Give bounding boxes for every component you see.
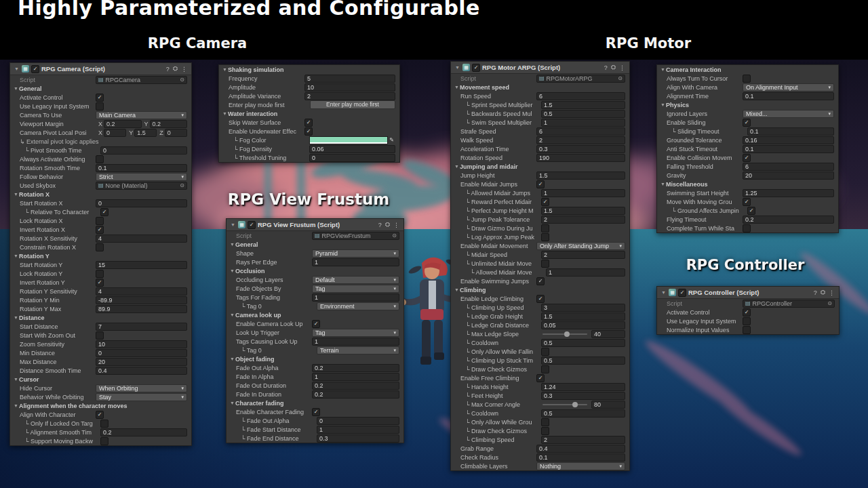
foldout-arrow-icon[interactable]: ▼ — [230, 222, 236, 227]
text-field[interactable]: 20 — [743, 171, 834, 180]
text-field[interactable]: 1 — [312, 258, 399, 266]
foldout-arrow-icon[interactable]: ▼ — [222, 111, 228, 116]
foldout-arrow-icon[interactable]: ▼ — [454, 85, 460, 89]
text-field[interactable]: 0 — [100, 146, 187, 155]
dropdown[interactable]: Strict▾ — [96, 173, 187, 181]
dropdown[interactable]: Stay▾ — [96, 393, 187, 401]
text-field[interactable]: 0.1 — [743, 92, 834, 100]
text-field[interactable]: 0 — [96, 349, 187, 357]
checkbox[interactable] — [541, 365, 549, 373]
text-field[interactable]: 2 — [541, 251, 625, 259]
text-field[interactable]: 1 — [317, 426, 399, 434]
text-field[interactable]: 0.5 — [541, 110, 625, 118]
text-field[interactable]: 0.2 — [312, 382, 399, 390]
text-field[interactable]: 0.16 — [743, 136, 834, 144]
dropdown[interactable]: Pyramid▾ — [312, 249, 399, 258]
text-field[interactable]: 1.5 — [541, 312, 625, 321]
checkbox[interactable] — [743, 75, 751, 83]
presets-icon[interactable]: ⛭ — [610, 64, 616, 71]
vector-field[interactable]: 0 — [104, 129, 126, 137]
object-picker-icon[interactable]: ⊙ — [827, 300, 832, 306]
checkbox[interactable]: ✓ — [536, 295, 545, 303]
foldout-arrow-icon[interactable]: ▼ — [660, 182, 666, 186]
text-field[interactable]: 0 — [96, 199, 187, 207]
text-field[interactable]: 2 — [304, 92, 395, 100]
text-field[interactable]: 1.5 — [541, 207, 625, 215]
kebab-menu-icon[interactable]: ⋮ — [828, 289, 835, 296]
color-swatch[interactable] — [309, 136, 388, 144]
foldout-arrow-icon[interactable]: ▼ — [454, 287, 460, 292]
vector-field[interactable]: 0 — [165, 129, 187, 137]
text-field[interactable]: 20 — [96, 358, 187, 366]
text-field[interactable]: 1.5 — [536, 171, 625, 180]
vector-field[interactable]: 0.2 — [150, 120, 187, 128]
text-field[interactable]: 0.06 — [309, 145, 395, 153]
text-field[interactable]: 3 — [541, 304, 625, 312]
help-icon[interactable]: ? — [604, 64, 608, 71]
kebab-menu-icon[interactable]: ⋮ — [180, 66, 188, 73]
checkbox[interactable]: ✓ — [743, 154, 751, 162]
checkbox[interactable] — [743, 317, 751, 325]
text-field[interactable]: 0.3 — [536, 145, 625, 153]
foldout-arrow-icon[interactable]: ▼ — [13, 403, 19, 408]
checkbox[interactable] — [96, 270, 104, 278]
foldout-arrow-icon[interactable]: ▼ — [13, 192, 19, 197]
checkbox[interactable]: ✓ — [743, 308, 751, 317]
checkbox[interactable] — [743, 224, 751, 232]
checkbox[interactable] — [96, 331, 104, 340]
text-field[interactable]: 4 — [96, 287, 187, 296]
checkbox[interactable] — [96, 217, 104, 225]
dropdown[interactable]: Mixed...▾ — [743, 110, 834, 118]
text-field[interactable]: 15 — [96, 261, 187, 269]
checkbox[interactable]: ✓ — [304, 127, 313, 136]
checkbox[interactable]: ✓ — [304, 119, 313, 127]
foldout-arrow-icon[interactable]: ▼ — [13, 253, 19, 258]
foldout-arrow-icon[interactable]: ▼ — [660, 67, 666, 72]
text-field[interactable]: 0.1 — [743, 145, 834, 153]
foldout-arrow-icon[interactable]: ▼ — [229, 242, 235, 247]
foldout-arrow-icon[interactable]: ▼ — [229, 401, 235, 405]
text-field[interactable]: 0.5 — [541, 357, 625, 365]
text-field[interactable]: 0 — [309, 154, 395, 162]
text-field[interactable]: 1 — [312, 338, 399, 346]
text-field[interactable]: 2 — [541, 216, 625, 224]
presets-icon[interactable]: ⛭ — [820, 289, 826, 296]
object-picker-icon[interactable]: ⊙ — [180, 77, 184, 83]
text-field[interactable]: 0.2 — [312, 364, 399, 372]
text-field[interactable]: 6 — [743, 163, 834, 171]
text-field[interactable]: 0.5 — [541, 339, 625, 347]
text-field[interactable]: 6 — [536, 92, 625, 100]
checkbox[interactable]: ✓ — [536, 374, 545, 382]
slider-track[interactable] — [542, 333, 587, 335]
checkbox[interactable] — [96, 243, 104, 251]
checkbox[interactable] — [541, 348, 549, 356]
text-field[interactable]: 1 — [546, 268, 625, 277]
text-field[interactable]: 10 — [96, 340, 187, 348]
vector-field[interactable]: 1.5 — [134, 129, 157, 137]
checkbox[interactable] — [100, 437, 108, 445]
text-field[interactable]: 2 — [541, 436, 625, 444]
checkbox[interactable] — [100, 420, 108, 428]
dropdown[interactable]: Terrain▾ — [317, 346, 399, 354]
foldout-arrow-icon[interactable]: ▼ — [454, 65, 460, 70]
foldout-arrow-icon[interactable]: ▼ — [222, 67, 228, 72]
dropdown[interactable]: Only After Standing Jump▾ — [536, 242, 625, 250]
slider-thumb[interactable] — [572, 402, 578, 407]
text-field[interactable]: 0.3 — [317, 434, 399, 443]
text-field[interactable]: 2 — [536, 136, 625, 144]
checkbox[interactable]: ✓ — [536, 180, 545, 188]
enabled-checkbox[interactable]: ✓ — [472, 64, 480, 72]
foldout-arrow-icon[interactable]: ▼ — [13, 377, 19, 382]
object-field[interactable]: ▤RPGController⊙ — [743, 300, 835, 308]
dropdown[interactable]: When Orbiting▾ — [96, 384, 187, 392]
checkbox[interactable]: ✓ — [96, 226, 104, 234]
slider-value-field[interactable]: 40 — [591, 330, 625, 338]
checkbox[interactable]: ✓ — [96, 94, 104, 102]
foldout-arrow-icon[interactable]: ▼ — [660, 290, 667, 295]
text-field[interactable]: 1 — [541, 189, 625, 197]
checkbox[interactable]: ✓ — [541, 198, 549, 206]
text-field[interactable]: 4 — [96, 235, 187, 243]
slider-track[interactable] — [542, 404, 587, 405]
text-field[interactable]: 0.05 — [541, 321, 625, 329]
text-field[interactable]: 1 — [312, 293, 399, 302]
